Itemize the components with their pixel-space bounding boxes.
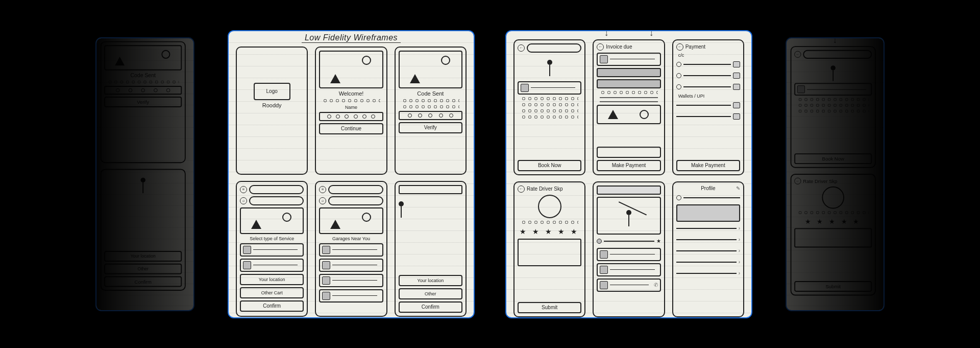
book-button[interactable]: Book Now: [518, 160, 581, 171]
location-field[interactable]: Your location: [399, 275, 462, 286]
filter-pill[interactable]: [328, 196, 383, 205]
card-option[interactable]: [676, 82, 740, 91]
verify-button[interactable]: Verify: [104, 97, 182, 107]
text-line: [521, 103, 578, 106]
invoice-header: [597, 53, 660, 66]
other-field[interactable]: Other: [104, 263, 182, 274]
text-line: [600, 91, 657, 94]
hero-image: [319, 51, 383, 88]
garage-item[interactable]: [319, 289, 383, 303]
text-line: [402, 99, 459, 102]
make-payment-button[interactable]: Make Payment: [676, 160, 740, 171]
screen-otp: Code Sent Verify: [395, 47, 467, 175]
screen-pick-location: Your location Other Confirm: [395, 181, 467, 317]
search-bar[interactable]: [249, 185, 304, 194]
star-rating[interactable]: ★ ★ ★ ★ ★: [518, 227, 581, 236]
profile-row[interactable]: ›: [676, 246, 740, 256]
back-icon[interactable]: ←: [794, 51, 801, 57]
phone-input[interactable]: [319, 112, 383, 121]
search-icon[interactable]: ⌕: [319, 197, 326, 204]
route-line: [610, 201, 647, 234]
driver-row[interactable]: ★: [597, 237, 660, 246]
trip-item[interactable]: ✆: [597, 279, 660, 292]
card-icon: [733, 84, 740, 90]
garage-item[interactable]: [319, 274, 383, 287]
submit-button[interactable]: Submit: [518, 302, 581, 313]
screen-payment: ←Payment c/c Wallets / UPI Make Payment: [672, 39, 744, 175]
screen-garage-detail: ← Book Now: [513, 39, 585, 175]
review-textarea[interactable]: [518, 239, 581, 266]
service-item[interactable]: [240, 259, 304, 272]
other-field[interactable]: Other Cart: [240, 287, 304, 298]
otp-input[interactable]: [399, 111, 462, 120]
location-field[interactable]: Your location: [104, 251, 182, 262]
wallet-option[interactable]: [676, 101, 740, 110]
menu-icon[interactable]: ≡: [240, 186, 247, 193]
chevron-right-icon: ›: [739, 259, 740, 265]
back-icon[interactable]: ←: [676, 43, 683, 51]
garage-item[interactable]: [319, 243, 383, 257]
text-line: [521, 109, 578, 112]
profile-row[interactable]: ›: [676, 258, 740, 267]
screen-rate-driver: ←Rate Driver Skp ★ ★ ★ ★ ★ Submit: [513, 181, 585, 317]
info-card[interactable]: [518, 81, 581, 95]
stats-card: [676, 204, 740, 222]
submit-button[interactable]: Submit: [794, 281, 872, 292]
confirm-button[interactable]: Confirm: [240, 300, 304, 312]
book-button[interactable]: Book Now: [794, 153, 872, 164]
verify-button[interactable]: Verify: [399, 122, 462, 133]
info-card[interactable]: [794, 83, 872, 96]
text-line: [402, 105, 459, 108]
continue-button[interactable]: Continue: [319, 123, 383, 134]
text-line: [797, 109, 869, 112]
wallets-label: Wallets / UPI: [676, 94, 740, 99]
filter-pill[interactable]: [249, 196, 304, 205]
screen-garages: ≡ ⌕ Garages Near You: [315, 181, 387, 317]
search-icon[interactable]: ⌕: [240, 197, 247, 204]
search-bar[interactable]: [328, 185, 383, 194]
driver-avatar: [822, 186, 844, 208]
screen-title: Profile: [701, 185, 715, 191]
trip-item[interactable]: [597, 248, 660, 261]
service-item[interactable]: [240, 243, 304, 257]
otp-input[interactable]: [104, 86, 182, 95]
menu-icon[interactable]: ≡: [319, 186, 326, 193]
profile-row[interactable]: ›: [676, 269, 740, 278]
back-icon[interactable]: ←: [597, 43, 604, 51]
map-pin-icon: [140, 177, 145, 182]
profile-row[interactable]: ›: [676, 235, 740, 244]
confirm-button[interactable]: Confirm: [399, 301, 462, 313]
address-input[interactable]: [399, 185, 462, 194]
screen-welcome: Welcome! Name Continue: [315, 47, 387, 175]
location-field[interactable]: Your location: [240, 274, 304, 285]
wireframe-sheet-2[interactable]: ↓ ↓ ← Book Now ←Invoice due: [505, 30, 752, 318]
profile-row[interactable]: ›: [676, 224, 740, 233]
username: [683, 197, 740, 198]
text-line: [797, 104, 869, 107]
summary-image: [597, 105, 660, 124]
back-icon[interactable]: ←: [518, 185, 525, 193]
review-textarea[interactable]: [794, 228, 872, 247]
chevron-right-icon: ›: [739, 225, 740, 231]
trip-item[interactable]: [597, 263, 660, 276]
tracking-map[interactable]: [597, 197, 660, 235]
text-line: [797, 98, 869, 101]
wallet-option[interactable]: [676, 112, 740, 121]
screen-title: Rate Driver Skp: [527, 186, 563, 192]
back-icon[interactable]: ←: [794, 177, 801, 184]
card-option[interactable]: [676, 60, 740, 69]
wireframe-sheet-1[interactable]: Low Fidelity Wireframes Logo Rooddy Welc…: [228, 30, 475, 318]
card-option[interactable]: [676, 71, 740, 80]
confirm-button[interactable]: Confirm: [104, 276, 182, 287]
heading: Code Sent: [104, 72, 182, 78]
pay-button[interactable]: Make Payment: [597, 160, 660, 171]
other-field[interactable]: Other: [399, 288, 462, 299]
wallet-icon: [733, 102, 740, 108]
garage-item[interactable]: [319, 259, 383, 272]
star-rating[interactable]: ★ ★ ★ ★ ★: [794, 217, 872, 225]
back-icon[interactable]: ←: [518, 44, 525, 52]
card-icon: [733, 73, 740, 79]
chevron-right-icon: ›: [739, 248, 740, 253]
section-label: Select type of Service: [240, 236, 304, 241]
divider: [600, 97, 657, 98]
